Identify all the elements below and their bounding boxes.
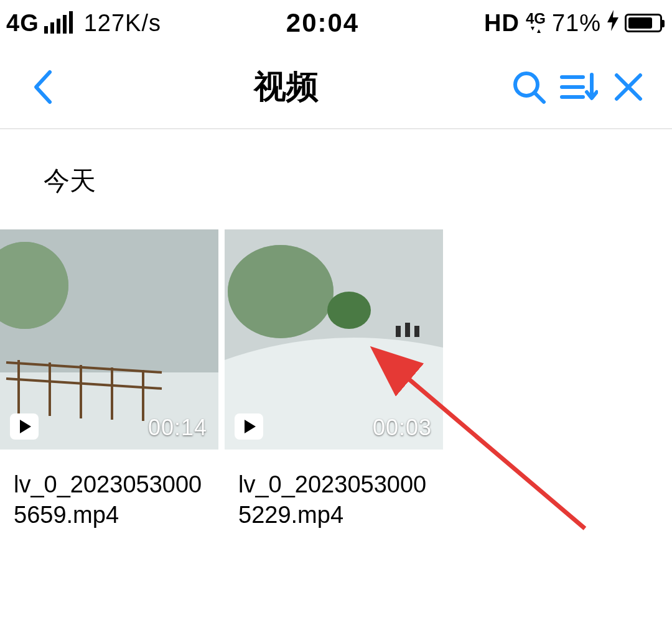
play-icon <box>10 413 39 440</box>
section-header-today: 今天 <box>0 129 672 229</box>
search-button[interactable] <box>504 62 554 112</box>
svg-point-15 <box>327 292 371 329</box>
video-filename: lv_0_20230530005659.mp4 <box>0 450 205 531</box>
play-icon <box>235 413 263 440</box>
secondary-network-icon: 4G <box>526 12 546 34</box>
back-button[interactable] <box>19 62 68 112</box>
video-duration: 00:03 <box>373 415 432 441</box>
app-bar: 视频 <box>0 46 672 129</box>
svg-rect-16 <box>396 326 401 337</box>
video-duration: 00:14 <box>148 415 207 441</box>
video-thumbnail[interactable]: 00:14 <box>0 229 218 450</box>
network-type: 4G <box>6 10 39 37</box>
video-grid: 00:14 lv_0_20230530005659.mp4 00:03 lv_0… <box>0 229 672 531</box>
svg-rect-17 <box>405 323 410 337</box>
battery-percent: 71% <box>552 10 601 37</box>
charging-icon <box>607 10 618 36</box>
battery-icon <box>625 14 662 32</box>
data-rate: 127K/s <box>78 10 161 37</box>
video-thumbnail[interactable]: 00:03 <box>225 229 443 450</box>
close-button[interactable] <box>604 62 653 112</box>
svg-point-14 <box>228 245 334 338</box>
status-left: 4G 127K/s <box>6 10 161 37</box>
video-item[interactable]: 00:03 lv_0_20230530005229.mp4 <box>225 229 443 531</box>
status-right: HD 4G 71% <box>484 10 662 37</box>
video-filename: lv_0_20230530005229.mp4 <box>225 450 430 531</box>
sort-button[interactable] <box>554 62 604 112</box>
signal-strength-icon <box>44 12 73 34</box>
status-time: 20:04 <box>161 8 484 38</box>
page-title: 视频 <box>68 65 504 109</box>
svg-rect-18 <box>414 326 419 337</box>
video-item[interactable]: 00:14 lv_0_20230530005659.mp4 <box>0 229 218 531</box>
status-bar: 4G 127K/s 20:04 HD 4G 71% <box>0 0 672 46</box>
hd-indicator: HD <box>484 10 520 37</box>
